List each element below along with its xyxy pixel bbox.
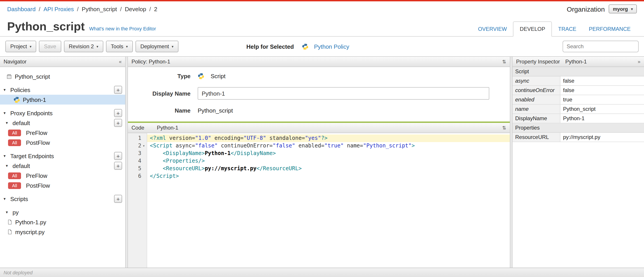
policy-form: Type Script Display Name Name Python_scr… xyxy=(128,67,510,122)
tab-overview[interactable]: OVERVIEW xyxy=(472,22,513,36)
nav-item-label: Target Endpoints xyxy=(10,153,54,159)
save-button[interactable]: Save xyxy=(39,41,61,52)
property-name: ResourceURL xyxy=(512,133,560,142)
tab-trace[interactable]: TRACE xyxy=(552,22,582,36)
revision-button[interactable]: Revision 2 ▾ xyxy=(64,41,103,52)
splitter-handle[interactable] xyxy=(510,57,512,268)
code-line[interactable]: <?xml version="1.0" encoding="UTF-8" sta… xyxy=(147,134,510,142)
chevron-down-icon: ▾ xyxy=(30,44,32,48)
property-value[interactable]: py://myscript.py xyxy=(560,133,644,142)
add-button[interactable]: + xyxy=(114,195,122,203)
doc-icon xyxy=(7,219,12,225)
policy-panel-title: Policy: Python-1 xyxy=(132,58,170,65)
display-name-input[interactable] xyxy=(198,87,489,100)
nav-item-default[interactable]: ▾default+ xyxy=(0,161,125,171)
property-value[interactable]: Python-1 xyxy=(560,114,644,123)
nav-item-label: PostFlow xyxy=(26,139,50,146)
python-icon xyxy=(302,43,308,50)
nav-item-python-1[interactable]: Python-1 xyxy=(0,95,125,105)
page-header: Python_script What's new in the Proxy Ed… xyxy=(0,15,644,37)
navigator-pane: Navigator « Python_script▾Policies+Pytho… xyxy=(0,57,125,268)
search-input[interactable] xyxy=(562,41,639,52)
whats-new-link[interactable]: What's new in the Proxy Editor xyxy=(89,26,156,36)
nav-item-myscript-py[interactable]: myscript.py xyxy=(0,227,125,237)
organization-label: Organization xyxy=(567,5,605,13)
property-value[interactable]: false xyxy=(560,86,644,95)
collapse-right-icon[interactable]: » xyxy=(638,59,640,64)
flow-condition-badge: All xyxy=(8,129,21,136)
property-value[interactable]: false xyxy=(560,76,644,85)
property-value[interactable]: Python_script xyxy=(560,105,644,113)
inspector-subtitle: Python-1 xyxy=(565,58,587,65)
property-value[interactable]: true xyxy=(560,95,644,104)
nav-item-proxy-endpoints[interactable]: ▾Proxy Endpoints+ xyxy=(0,108,125,118)
nav-item-target-endpoints[interactable]: ▾Target Endpoints+ xyxy=(0,151,125,161)
expander-caret-icon[interactable]: ▾ xyxy=(4,154,8,158)
line-number: 6 xyxy=(128,172,147,180)
deployment-button[interactable]: Deployment ▾ xyxy=(136,41,178,52)
toolbar: Project ▾ Save Revision 2 ▾ Tools ▾ Depl… xyxy=(0,37,644,56)
policy-panel-header: Policy: Python-1 ⇅ xyxy=(128,57,510,67)
tab-bar: OVERVIEWDEVELOPTRACEPERFORMANCE xyxy=(472,21,637,36)
nav-item-preflow[interactable]: AllPreFlow xyxy=(0,128,125,138)
nav-item-scripts[interactable]: ▾Scripts+ xyxy=(0,194,125,204)
nav-item-postflow[interactable]: AllPostFlow xyxy=(0,138,125,147)
code-title: Python-1 xyxy=(157,125,178,131)
breadcrumb-item: Python_script xyxy=(82,5,117,12)
expander-caret-icon[interactable]: ▾ xyxy=(4,111,8,115)
collapse-vertical-icon[interactable]: ⇅ xyxy=(502,125,506,131)
fold-caret-icon[interactable]: ▾ xyxy=(141,142,146,150)
code-line[interactable]: <DisplayName>Python-1</DisplayName> xyxy=(147,150,510,157)
nav-item-label: Python-1.py xyxy=(15,219,46,225)
add-button[interactable]: + xyxy=(114,162,122,170)
code-line[interactable]: <Script async="false" continueOnError="f… xyxy=(147,142,510,150)
code-gutter: 12▾3456 xyxy=(128,133,147,268)
add-button[interactable]: + xyxy=(114,109,122,117)
tools-button[interactable]: Tools ▾ xyxy=(106,41,133,52)
nav-item-policies[interactable]: ▾Policies+ xyxy=(0,85,125,95)
project-button[interactable]: Project ▾ xyxy=(5,41,36,52)
breadcrumb-separator: / xyxy=(120,5,122,12)
code-editor[interactable]: 12▾3456 <?xml version="1.0" encoding="UT… xyxy=(128,133,510,268)
expander-caret-icon[interactable]: ▾ xyxy=(4,197,8,201)
code-line[interactable]: <ResourceURL>py://myscript.py</ResourceU… xyxy=(147,165,510,172)
breadcrumb: Dashboard/API Proxies/Python_script/Deve… xyxy=(7,5,157,12)
inspector-property-row: ResourceURLpy://myscript.py xyxy=(512,133,644,142)
nav-item-python-1-py[interactable]: Python-1.py xyxy=(0,217,125,227)
expander-caret-icon[interactable]: ▾ xyxy=(4,88,8,92)
expander-caret-icon[interactable]: ▾ xyxy=(6,164,10,168)
code-section: Code Python-1 ⇅ 12▾3456 <?xml version="1… xyxy=(128,122,510,268)
nav-item-preflow[interactable]: AllPreFlow xyxy=(0,171,125,181)
python-policy-link[interactable]: Python Policy xyxy=(302,43,349,50)
breadcrumb-item[interactable]: Dashboard xyxy=(7,5,36,12)
inspector-property-row: DisplayNamePython-1 xyxy=(512,114,644,123)
tab-develop[interactable]: DEVELOP xyxy=(513,21,552,37)
add-button[interactable]: + xyxy=(114,86,122,94)
nav-item-label: Policies xyxy=(10,86,30,93)
organization-select[interactable]: myorg ▾ xyxy=(609,4,637,13)
nav-item-postflow[interactable]: AllPostFlow xyxy=(0,181,125,190)
expander-caret-icon[interactable]: ▾ xyxy=(6,121,10,125)
inspector-property-row: enabledtrue xyxy=(512,95,644,105)
code-line[interactable]: <Properties/> xyxy=(147,157,510,165)
line-number: 1 xyxy=(128,134,147,142)
nav-item-python-script[interactable]: Python_script xyxy=(0,71,125,81)
add-button[interactable]: + xyxy=(114,152,122,160)
nav-item-label: Python_script xyxy=(15,73,50,80)
nav-item-py[interactable]: ▾py xyxy=(0,207,125,217)
add-button[interactable]: + xyxy=(114,119,122,127)
nav-item-label: PostFlow xyxy=(26,182,50,189)
breadcrumb-item: Develop xyxy=(125,5,146,12)
code-line[interactable]: </Script> xyxy=(147,172,510,180)
expander-caret-icon[interactable]: ▾ xyxy=(6,210,10,215)
collapse-vertical-icon[interactable]: ⇅ xyxy=(502,59,506,64)
splitter-handle[interactable] xyxy=(125,57,128,268)
tab-performance[interactable]: PERFORMANCE xyxy=(582,22,637,36)
property-name: DisplayName xyxy=(512,114,560,123)
code-lines: <?xml version="1.0" encoding="UTF-8" sta… xyxy=(147,133,510,268)
line-number: 4 xyxy=(128,157,147,165)
doc-icon xyxy=(7,229,12,235)
breadcrumb-item[interactable]: API Proxies xyxy=(44,5,74,12)
nav-item-default[interactable]: ▾default+ xyxy=(0,118,125,128)
collapse-left-icon[interactable]: « xyxy=(119,59,122,64)
